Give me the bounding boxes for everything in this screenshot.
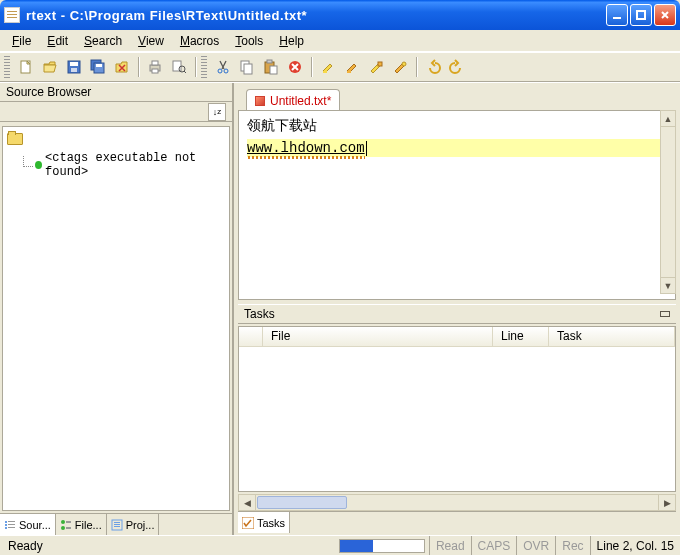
editor-line-1: 领航下载站 <box>247 117 667 135</box>
svg-rect-22 <box>378 62 382 66</box>
tab-label: Proj... <box>126 519 155 531</box>
editor-scrollbar-vertical[interactable]: ▲ ▼ <box>660 110 676 294</box>
caret <box>366 141 367 156</box>
document-tab[interactable]: Untitled.txt* <box>246 89 340 111</box>
tasks-col-icon[interactable] <box>239 327 263 346</box>
tasks-scrollbar-horizontal[interactable]: ◀ ▶ <box>238 494 676 511</box>
titlebar: rtext - C:\Program Files\RText\Untitled.… <box>0 0 680 30</box>
new-icon[interactable] <box>15 56 37 78</box>
highlight-2-icon[interactable] <box>341 56 363 78</box>
sort-az-button[interactable]: ↓z <box>208 103 226 121</box>
toolbar-grip[interactable] <box>4 56 10 78</box>
menu-file[interactable]: FFileile <box>6 32 37 50</box>
status-position: Line 2, Col. 15 <box>590 536 680 555</box>
svg-rect-28 <box>5 527 7 529</box>
print-preview-icon[interactable] <box>168 56 190 78</box>
tasks-col-task[interactable]: Task <box>549 327 675 346</box>
menubar: FFileile Edit Search View Macros Tools H… <box>0 30 680 52</box>
scroll-up-icon[interactable]: ▲ <box>661 111 675 127</box>
svg-rect-1 <box>637 11 645 19</box>
svg-rect-24 <box>5 521 7 523</box>
svg-rect-19 <box>267 60 272 63</box>
text-editor[interactable]: 领航下载站 www.lhdown.com <box>238 110 676 300</box>
status-rec: Rec <box>555 536 589 555</box>
bottom-tabs: Tasks <box>238 511 676 533</box>
scroll-right-icon[interactable]: ▶ <box>658 495 675 510</box>
checklist-icon <box>242 517 254 529</box>
highlight-1-icon[interactable] <box>317 56 339 78</box>
maximize-button[interactable] <box>630 4 652 26</box>
bullet-icon <box>35 161 42 169</box>
sidebar-tab-proj[interactable]: Proj... <box>107 514 160 535</box>
svg-rect-11 <box>152 69 158 73</box>
bottom-tab-tasks[interactable]: Tasks <box>238 512 290 533</box>
menu-tools[interactable]: Tools <box>229 32 269 50</box>
document-tab-label: Untitled.txt* <box>270 94 331 108</box>
redo-icon[interactable] <box>446 56 468 78</box>
highlight-4-icon[interactable] <box>389 56 411 78</box>
svg-rect-4 <box>70 62 78 66</box>
svg-point-14 <box>218 69 222 73</box>
svg-rect-5 <box>71 68 77 72</box>
print-icon[interactable] <box>144 56 166 78</box>
scroll-left-icon[interactable]: ◀ <box>239 495 256 510</box>
sidebar-tabs: Sour... File... Proj... <box>0 513 232 535</box>
status-ovr: OVR <box>516 536 555 555</box>
svg-rect-12 <box>173 61 181 71</box>
source-browser-title: Source Browser <box>6 85 91 99</box>
saveall-icon[interactable] <box>87 56 109 78</box>
panel-toggle-icon[interactable] <box>660 311 670 317</box>
svg-rect-20 <box>270 66 277 74</box>
svg-rect-27 <box>8 524 15 525</box>
source-tree[interactable]: <ctags executable not found> <box>2 126 230 511</box>
modified-icon <box>255 96 265 106</box>
highlight-3-icon[interactable] <box>365 56 387 78</box>
menu-edit[interactable]: Edit <box>41 32 74 50</box>
menu-macros[interactable]: Macros <box>174 32 225 50</box>
menu-help[interactable]: Help <box>273 32 310 50</box>
sidebar-tab-source[interactable]: Sour... <box>0 514 56 535</box>
tree-root[interactable] <box>7 133 225 145</box>
project-icon <box>111 519 123 531</box>
tasks-header: Tasks <box>238 304 676 324</box>
toolbar-grip-2[interactable] <box>201 56 207 78</box>
open-icon[interactable] <box>39 56 61 78</box>
tree-item-label: <ctags executable not found> <box>45 151 225 179</box>
tree-item-error[interactable]: <ctags executable not found> <box>23 151 225 179</box>
save-icon[interactable] <box>63 56 85 78</box>
status-read: Read <box>429 536 471 555</box>
tasks-col-line[interactable]: Line <box>493 327 549 346</box>
app-icon <box>4 7 20 23</box>
svg-point-30 <box>61 520 65 524</box>
svg-point-23 <box>402 62 406 66</box>
scroll-thumb[interactable] <box>257 496 347 509</box>
sidebar-tab-file[interactable]: File... <box>56 514 107 535</box>
menu-view[interactable]: View <box>132 32 170 50</box>
scroll-down-icon[interactable]: ▼ <box>661 277 675 293</box>
tasks-table[interactable]: File Line Task <box>238 326 676 492</box>
tab-label: Tasks <box>257 517 285 529</box>
close-button[interactable] <box>654 4 676 26</box>
svg-point-31 <box>61 526 65 530</box>
paste-icon[interactable] <box>260 56 282 78</box>
svg-rect-8 <box>96 64 102 67</box>
status-ready: Ready <box>0 539 51 553</box>
svg-rect-0 <box>613 17 621 19</box>
folder-icon <box>7 133 23 145</box>
svg-rect-25 <box>8 521 15 522</box>
svg-rect-33 <box>66 527 71 529</box>
delete-icon[interactable] <box>284 56 306 78</box>
tab-label: Sour... <box>19 519 51 531</box>
minimize-button[interactable] <box>606 4 628 26</box>
undo-icon[interactable] <box>422 56 444 78</box>
menu-search[interactable]: Search <box>78 32 128 50</box>
close-doc-icon[interactable] <box>111 56 133 78</box>
tasks-col-file[interactable]: File <box>263 327 493 346</box>
statusbar: Ready Read CAPS OVR Rec Line 2, Col. 15 <box>0 535 680 555</box>
editor-line-2: www.lhdown.com <box>247 140 365 156</box>
copy-icon[interactable] <box>236 56 258 78</box>
cut-icon[interactable] <box>212 56 234 78</box>
tab-label: File... <box>75 519 102 531</box>
status-caps: CAPS <box>471 536 517 555</box>
toolbar <box>0 52 680 82</box>
